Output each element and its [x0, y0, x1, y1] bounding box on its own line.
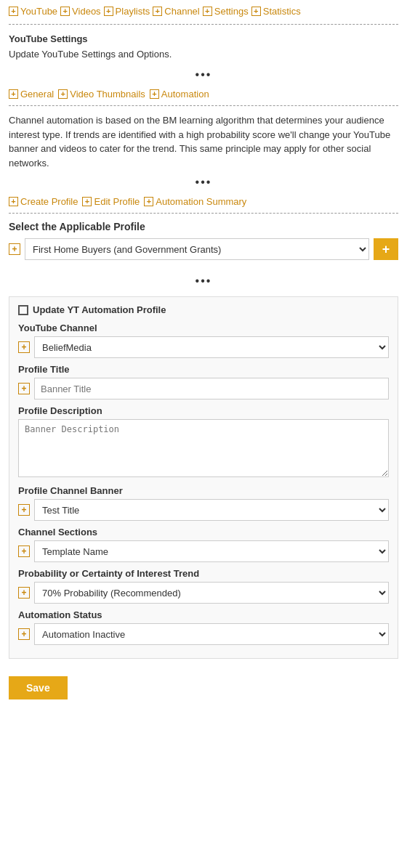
automation-status-label: Automation Status [18, 609, 389, 620]
top-nav: + YouTube + Videos + Playlists + Channel… [0, 0, 407, 23]
sub-nav-divider [9, 105, 398, 106]
automation-status-dropdown[interactable]: Automation Inactive [34, 623, 389, 645]
plus-icon-thumbnails: + [58, 89, 68, 99]
tab-edit-profile[interactable]: + Edit Profile [82, 196, 140, 207]
channel-select-dropdown[interactable]: BeliefMedia [34, 336, 389, 358]
profile-select-title: Select the Applicable Profile [9, 221, 398, 232]
tab-videos[interactable]: + Videos [60, 6, 101, 17]
profile-select-section: Select the Applicable Profile + First Ho… [0, 215, 407, 272]
sub-nav: + General + Video Thumbnails + Automatio… [0, 84, 407, 104]
channel-sections-dropdown[interactable]: Template Name [34, 540, 389, 562]
channel-sections-row: + Template Name [18, 540, 389, 562]
square-icon [18, 305, 28, 315]
plus-icon-general: + [9, 89, 18, 99]
plus-icon-playlists: + [104, 7, 113, 16]
section-desc: Update YouTube Settings and Options. [0, 47, 407, 65]
plus-icon-videos: + [60, 7, 70, 16]
profile-select-row: + First Home Buyers (and Government Gran… [9, 238, 398, 260]
tab-statistics[interactable]: + Statistics [251, 6, 301, 17]
tab-settings[interactable]: + Settings [203, 6, 249, 17]
ellipsis-3: ••• [0, 272, 407, 291]
add-profile-button[interactable]: + [374, 238, 398, 260]
plus-icon-channel: + [153, 7, 162, 16]
tab-automation[interactable]: + Automation [150, 89, 209, 100]
top-nav-divider [9, 24, 398, 25]
channel-label: YouTube Channel [18, 323, 389, 333]
profile-desc-label: Profile Description [18, 405, 389, 416]
tab-channel[interactable]: + Channel [153, 6, 199, 17]
action-nav-divider [9, 213, 398, 214]
channel-select-row: + BeliefMedia [18, 336, 389, 358]
probability-row: + 70% Probability (Recommended) [18, 582, 389, 604]
update-profile-title: Update YT Automation Profile [18, 304, 389, 315]
profile-description-textarea[interactable] [18, 419, 389, 477]
plus-icon-probability: + [18, 587, 30, 599]
channel-banner-row: + Test Title [18, 499, 389, 521]
ellipsis-2: ••• [0, 173, 407, 192]
probability-label: Probability or Certainty of Interest Tre… [18, 568, 389, 579]
plus-icon-settings: + [203, 7, 212, 16]
plus-icon-channel-banner: + [18, 504, 30, 516]
section-title: YouTube Settings [0, 26, 407, 47]
ellipsis-1: ••• [0, 65, 407, 84]
tab-youtube[interactable]: + YouTube [9, 6, 57, 17]
plus-icon-summary: + [144, 197, 153, 206]
probability-dropdown[interactable]: 70% Probability (Recommended) [34, 582, 389, 604]
plus-icon-automation: + [150, 89, 159, 99]
plus-icon-create: + [9, 197, 18, 206]
plus-icon-profile-title: + [18, 383, 30, 394]
automation-description: Channel automation is based on the BM le… [0, 108, 407, 173]
plus-icon-channel-sections: + [18, 545, 30, 557]
update-profile-section: Update YT Automation Profile YouTube Cha… [9, 296, 398, 659]
profile-title-input[interactable] [34, 378, 389, 399]
plus-icon-channel-select: + [18, 341, 30, 353]
automation-status-row: + Automation Inactive [18, 623, 389, 645]
plus-icon-youtube: + [9, 7, 18, 16]
plus-icon-profile-select: + [9, 243, 20, 255]
tab-automation-summary[interactable]: + Automation Summary [144, 196, 246, 207]
profile-select-dropdown[interactable]: First Home Buyers (and Government Grants… [25, 238, 369, 260]
tab-video-thumbnails[interactable]: + Video Thumbnails [58, 89, 145, 100]
channel-banner-label: Profile Channel Banner [18, 485, 389, 496]
profile-title-row: + [18, 378, 389, 399]
tab-create-profile[interactable]: + Create Profile [9, 196, 78, 207]
action-nav: + Create Profile + Edit Profile + Automa… [0, 192, 407, 211]
channel-sections-label: Channel Sections [18, 527, 389, 538]
channel-banner-dropdown[interactable]: Test Title [34, 499, 389, 521]
profile-title-label: Profile Title [18, 364, 389, 375]
save-button[interactable]: Save [9, 676, 68, 699]
plus-icon-edit: + [82, 197, 92, 206]
tab-general[interactable]: + General [9, 89, 54, 100]
plus-icon-automation-status: + [18, 628, 30, 640]
tab-playlists[interactable]: + Playlists [104, 6, 150, 17]
plus-icon-statistics: + [251, 7, 261, 16]
